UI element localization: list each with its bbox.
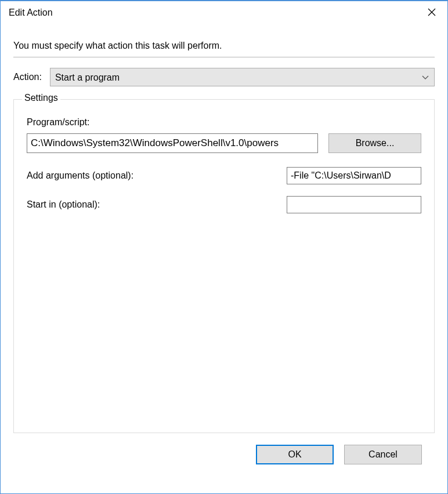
settings-legend: Settings [22, 93, 60, 103]
program-script-row: Browse... [27, 133, 421, 153]
close-icon [428, 7, 436, 19]
ok-button[interactable]: OK [256, 445, 334, 464]
dialog-footer: OK Cancel [13, 433, 435, 464]
settings-fieldset: Settings Program/script: Browse... Add a… [13, 99, 435, 433]
action-label: Action: [13, 72, 42, 82]
title-bar: Edit Action [1, 1, 447, 24]
close-button[interactable] [416, 1, 447, 24]
add-arguments-input[interactable] [287, 167, 421, 184]
window-title: Edit Action [9, 8, 53, 18]
dialog-body: You must specify what action this task w… [1, 24, 447, 475]
action-select-container: Start a program [50, 68, 435, 86]
add-arguments-row: Add arguments (optional): [27, 167, 421, 184]
divider [13, 57, 435, 57]
action-row: Action: Start a program [13, 68, 435, 86]
start-in-row: Start in (optional): [27, 196, 421, 213]
start-in-input[interactable] [287, 196, 421, 213]
start-in-label: Start in (optional): [27, 199, 100, 210]
cancel-button[interactable]: Cancel [344, 445, 422, 464]
browse-button[interactable]: Browse... [328, 133, 421, 153]
add-arguments-label: Add arguments (optional): [27, 170, 133, 181]
program-script-label: Program/script: [27, 117, 421, 128]
action-select[interactable]: Start a program [50, 68, 435, 86]
program-script-input[interactable] [27, 133, 318, 153]
instruction-text: You must specify what action this task w… [13, 41, 435, 51]
